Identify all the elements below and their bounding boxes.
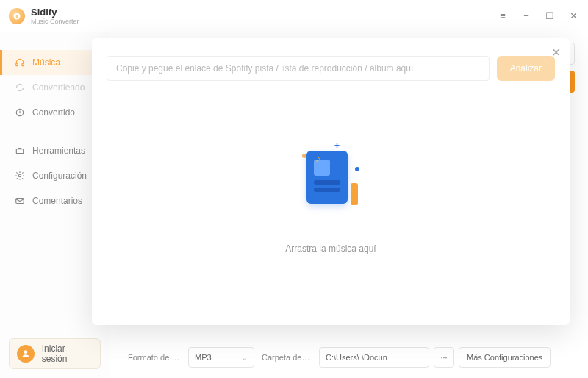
spotify-url-input[interactable] (107, 56, 490, 81)
drop-zone[interactable]: + ♪ Arrastra la música aquí (107, 81, 555, 310)
drop-text: Arrastra la música aquí (285, 243, 376, 254)
analyze-button[interactable]: Analizar (497, 56, 555, 81)
music-document-icon: + ♪ (283, 138, 379, 226)
modal-close-button[interactable]: ✕ (551, 46, 561, 60)
add-music-modal: ✕ Analizar + ♪ Arrastra la música aquí (92, 38, 570, 325)
